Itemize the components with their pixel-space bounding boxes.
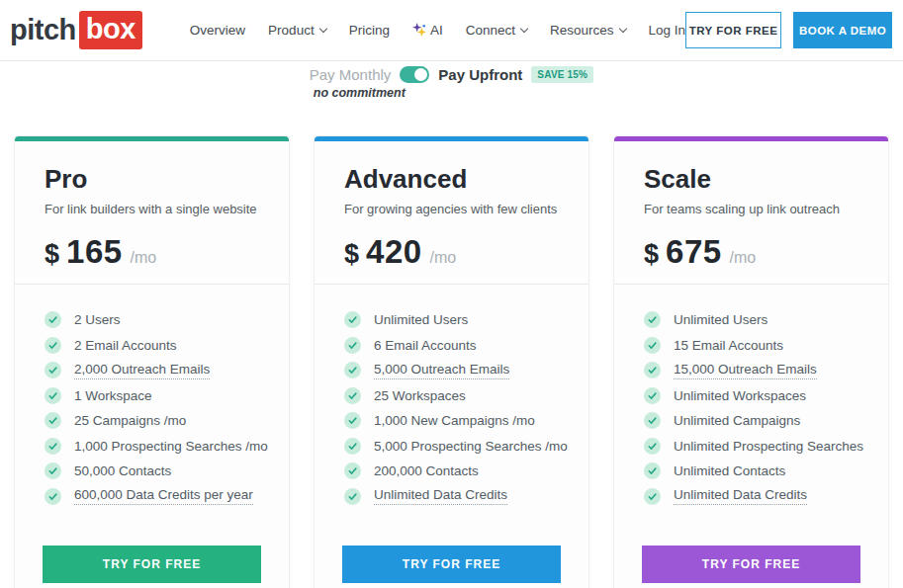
- billing-period-section: Pay Monthly Pay Upfront SAVE 15% no comm…: [0, 66, 903, 100]
- feature-tooltip-link[interactable]: Unlimited Data Credits: [374, 487, 507, 505]
- pay-monthly-label[interactable]: Pay Monthly: [310, 66, 392, 83]
- feature-tooltip-link[interactable]: Unlimited Data Credits: [674, 487, 807, 505]
- feature-row: 6 Email Accounts: [344, 337, 569, 354]
- plan-card-advanced: Advanced For growing agencies with few c…: [314, 135, 589, 588]
- feature-row: 2 Users: [45, 311, 269, 328]
- price-period: /mo: [131, 249, 157, 267]
- nav-resources[interactable]: Resources: [550, 23, 626, 38]
- check-icon: [344, 311, 361, 328]
- nav-ai[interactable]: AI: [412, 23, 443, 38]
- check-icon: [344, 462, 361, 479]
- price-amount: 420: [366, 233, 422, 271]
- check-icon: [344, 337, 361, 354]
- feature-row: 50,000 Contacts: [45, 462, 269, 479]
- feature-row: Unlimited Campaigns: [644, 412, 868, 429]
- plan-name: Pro: [45, 164, 269, 195]
- plan-header: Advanced For growing agencies with few c…: [315, 141, 588, 285]
- plan-header: Scale For teams scaling up link outreach…: [614, 141, 888, 285]
- feature-row: 15,000 Outreach Emails: [644, 362, 868, 378]
- check-icon: [644, 362, 661, 378]
- currency-symbol: $: [344, 239, 359, 270]
- feature-list: Unlimited Users 15 Email Accounts 15,000…: [614, 285, 888, 505]
- try-for-free-pro-button[interactable]: TRY FOR FREE: [43, 546, 261, 583]
- price-period: /mo: [730, 249, 757, 267]
- feature-tooltip-link[interactable]: 15,000 Outreach Emails: [674, 362, 817, 379]
- pricing-plans-row: Pro For link builders with a single webs…: [0, 135, 903, 588]
- book-a-demo-button[interactable]: BOOK A DEMO: [793, 12, 892, 48]
- nav-overview[interactable]: Overview: [190, 23, 245, 38]
- check-icon: [45, 462, 61, 479]
- plan-tagline: For link builders with a single website: [45, 202, 269, 216]
- feature-row: 1 Workspace: [45, 387, 269, 404]
- feature-list: 2 Users 2 Email Accounts 2,000 Outreach …: [15, 285, 289, 505]
- plan-name: Scale: [644, 164, 868, 195]
- plan-tagline: For teams scaling up link outreach: [644, 202, 868, 216]
- feature-row: 600,000 Data Credits per year: [45, 488, 269, 505]
- try-for-free-advanced-button[interactable]: TRY FOR FREE: [342, 546, 561, 583]
- try-for-free-scale-button[interactable]: TRY FOR FREE: [642, 546, 860, 583]
- check-icon: [644, 387, 661, 404]
- plan-card-pro: Pro For link builders with a single webs…: [14, 135, 290, 588]
- feature-row: 2 Email Accounts: [45, 337, 269, 354]
- feature-row: Unlimited Users: [344, 311, 569, 328]
- plan-price: $ 420 /mo: [344, 233, 569, 271]
- feature-row: 25 Workspaces: [344, 387, 569, 404]
- check-icon: [344, 362, 361, 378]
- plan-name: Advanced: [344, 164, 569, 195]
- pitchbox-logo[interactable]: pitch box: [10, 11, 142, 49]
- check-icon: [45, 387, 61, 404]
- feature-row: 25 Campaigns /mo: [45, 412, 269, 429]
- check-icon: [644, 462, 661, 479]
- chevron-down-icon: [618, 24, 626, 32]
- nav-login[interactable]: Log In: [649, 23, 686, 38]
- chevron-down-icon: [520, 24, 528, 32]
- feature-row: Unlimited Data Credits: [644, 488, 868, 505]
- nav-pricing[interactable]: Pricing: [349, 23, 390, 38]
- toggle-knob: [414, 68, 427, 81]
- logo-text-pitch: pitch: [10, 14, 79, 46]
- check-icon: [644, 311, 661, 328]
- nav-product[interactable]: Product: [268, 23, 326, 38]
- feature-row: 15 Email Accounts: [644, 337, 868, 354]
- feature-list: Unlimited Users 6 Email Accounts 5,000 O…: [315, 285, 588, 505]
- billing-toggle-switch[interactable]: [400, 66, 429, 83]
- pay-upfront-label[interactable]: Pay Upfront: [438, 66, 522, 83]
- try-for-free-header-button[interactable]: TRY FOR FREE: [685, 12, 781, 48]
- sparkle-icon: [412, 23, 427, 38]
- check-icon: [45, 438, 61, 455]
- check-icon: [45, 362, 61, 378]
- plan-price: $ 675 /mo: [644, 233, 868, 271]
- feature-row: Unlimited Contacts: [644, 462, 868, 479]
- feature-tooltip-link[interactable]: 2,000 Outreach Emails: [74, 362, 210, 379]
- check-icon: [45, 337, 61, 354]
- nav-connect[interactable]: Connect: [466, 23, 527, 38]
- currency-symbol: $: [45, 239, 59, 270]
- plan-tagline: For growing agencies with few clients: [344, 202, 569, 216]
- price-amount: 675: [666, 233, 722, 271]
- plan-price: $ 165 /mo: [45, 233, 269, 271]
- feature-row: 1,000 Prospecting Searches /mo: [45, 438, 269, 455]
- feature-row: Unlimited Workspaces: [644, 387, 868, 404]
- check-icon: [644, 412, 661, 429]
- check-icon: [344, 412, 361, 429]
- feature-tooltip-link[interactable]: 5,000 Outreach Emails: [374, 362, 509, 379]
- check-icon: [45, 488, 61, 505]
- check-icon: [644, 488, 661, 505]
- check-icon: [344, 488, 361, 505]
- feature-row: Unlimited Users: [644, 311, 868, 328]
- check-icon: [344, 387, 361, 404]
- check-icon: [45, 311, 61, 328]
- header-cta-group: TRY FOR FREE BOOK A DEMO: [685, 12, 892, 48]
- top-navigation-bar: pitch box Overview Product Pricing AI Co…: [0, 0, 903, 61]
- no-commitment-note: no commitment: [310, 86, 593, 100]
- feature-row: 2,000 Outreach Emails: [45, 362, 269, 378]
- feature-row: Unlimited Data Credits: [344, 488, 569, 505]
- feature-tooltip-link[interactable]: 600,000 Data Credits per year: [74, 487, 253, 505]
- feature-row: 1,000 New Campaigns /mo: [344, 412, 569, 429]
- price-period: /mo: [430, 249, 457, 267]
- plan-header: Pro For link builders with a single webs…: [15, 141, 289, 285]
- price-amount: 165: [66, 233, 123, 271]
- check-icon: [644, 438, 661, 455]
- feature-row: Unlimited Prospecting Searches: [644, 438, 868, 455]
- feature-row: 200,000 Contacts: [344, 462, 569, 479]
